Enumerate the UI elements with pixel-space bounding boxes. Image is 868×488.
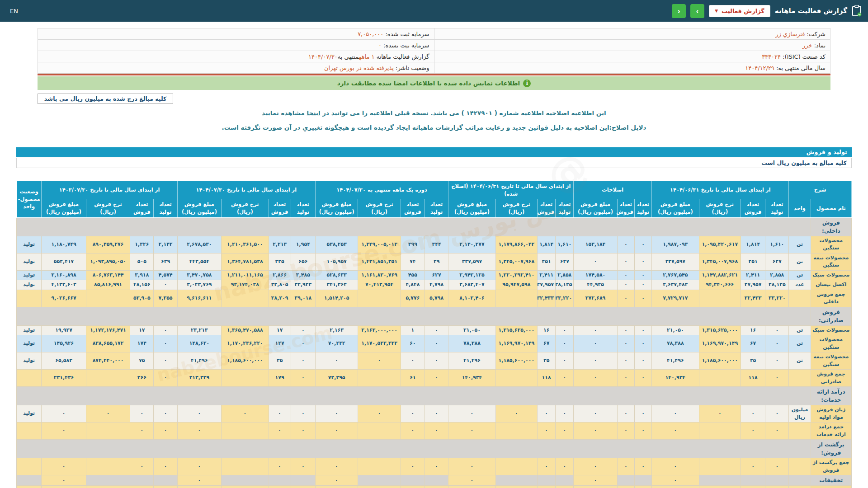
cell-prev-sale-rate [699,422,741,440]
cell-status: تولید [17,270,42,280]
cell-status [17,458,42,475]
cell-ytd-sale-amount: ۴۴۳,۵۵۴ [177,253,221,270]
header-corr-sale-qty: تعداد فروش [538,199,556,217]
cell-py-sale-qty: ۰ [130,422,154,440]
cell-py-sale-rate [86,486,130,488]
cell-adj-sale-qty: ۰ [617,253,634,270]
table-row: درآمد ارائه خدمات: [17,387,852,405]
cell-corr-sale-qty: ۱۶ [538,325,556,335]
cell-month-prod-qty: ۰ [425,405,448,422]
cell-py-sale-rate: ۸۳۸,۶۵۵,۱۷۲ [86,335,130,352]
nav-forward-button[interactable]: › [690,4,704,18]
cell-month-prod-qty: ۳۴۴ [425,236,448,253]
report-type-dropdown[interactable]: گزارش فعالیت ▼ [709,5,770,17]
cell-py-sale-qty: ۵۴,۱۷۱ [130,486,154,488]
cell-adj-sale-amount: ۰ [574,335,617,352]
cell-unit: تن [789,325,811,335]
cell-ytd-sale-amount: ۱۴۸,۶۲۰ [177,335,221,352]
cell-month-sale-rate: ۰ [358,352,401,370]
cell-month-prod-qty [425,475,448,486]
header-group-prev: از ابتدای سال مالی تا تاریخ ۱۴۰۴/۰۶/۳۱ [652,181,789,199]
cell-ytd-sale-amount: ۰ [177,458,221,475]
cell-py-sale-rate: ۸۵,۸۱۶,۹۹۱ [86,280,130,290]
unregistered-capital-cell: سرمایه ثبت نشده: ۰ [38,40,434,51]
cell-month-prod-qty: ۶۲۷ [425,270,448,280]
section-title-bar: تولید و فروش [16,147,852,157]
cell-ytd-sale-rate [222,486,269,488]
section-label: درآمد ارائه خدمات: [811,387,851,405]
cell-unit [789,486,811,488]
previous-version-link[interactable]: اینجا [307,109,321,117]
cell-adj-sale-qty: ۰ [617,352,634,370]
cell-prev-sale-amount: ۷,۷۲۹,۷۱۷ [652,290,699,307]
cell-prev-sale-amount: ۰ [652,475,699,486]
cell-unit: تن [789,253,811,270]
cell-ytd-sale-rate: ۱,۱۸۵,۶۰۰,۰۰۰ [222,352,269,370]
cell-ytd-sale-qty: ۰ [269,422,291,440]
cell-ytd-sale-qty: ۳۲۵ [269,253,291,270]
cell-py-sale-rate: ۸۷۴,۴۴۰,۰۰۰ [86,352,130,370]
cell-py-sale-amount: ۱۴۵,۹۲۶ [42,335,86,352]
cell-prev-sale-qty: ۶۷ [741,335,765,352]
cell-prev-prod-qty: ۰ [765,405,789,422]
section-label: فروش صادراتی: [811,307,851,325]
cell-py-sale-amount: ۹,۲۵۸,۱۰۳ [42,486,86,488]
cell-py-sale-rate: ۱,۱۷۲,۱۷۶,۴۷۱ [86,325,130,335]
cell-corr-sale-qty: ۲۷,۹۵۷ [538,280,556,290]
cell-adj-prod-qty: ۰ [634,236,651,253]
cell-prev-sale-amount: ۷,۸۷۰,۶۵۱ [652,486,699,488]
cell-adj-sale-qty [617,475,634,486]
cell-ytd-prod-qty: ۱,۹۵۴ [291,236,315,253]
cell-py-prod-qty: ۰ [154,405,177,422]
cell-month-sale-qty: ۵,۷۷۶ [401,290,425,307]
cell-unit: عدد [789,280,811,290]
cell-prev-sale-qty: ۲۵۱ [741,253,765,270]
table-row: محصولات سنگینتن۰۶۷۱,۱۶۹,۹۷۰,۱۴۹۷۸,۳۸۸۰۰۰… [17,335,852,352]
header-py-sale-rate: نرخ فروش (ریال) [86,199,130,217]
cell-prev-sale-rate [699,458,741,475]
cell-corr-sale-amount: ۴۱,۴۹۶ [448,352,495,370]
cell-prev-sale-qty: ۱,۸۱۴ [741,236,765,253]
cell-corr-sale-amount: ۷۸,۳۸۸ [448,335,495,352]
table-row: محصولات نیمه سنگینتن۶۲۷۲۵۱۱,۳۴۵,۰۰۷,۹۶۸۳… [17,253,852,270]
cell-adj-sale-amount: ۰ [574,422,617,440]
cell-corr-sale-qty [538,475,556,486]
cell-adj-prod-qty: ۰ [634,270,651,280]
table-row: جمع فروش صادراتی۰۱۱۸۱۴۰,۹۳۴۰۰۰۰۱۱۸۱۴۰,۹۳… [17,370,852,387]
cell-ytd-sale-rate: ۱,۱۷۰,۲۳۶,۲۲۰ [222,335,269,352]
cell-month-sale-amount: ۷۲,۳۹۵ [315,370,358,387]
cell-corr-sale-amount: ۲,۹۴۲,۱۲۵ [448,270,495,280]
table-row: تخفیفات۰۰۰۰۰۰ [17,475,852,486]
cell-month-sale-rate [358,422,401,440]
cell-ytd-prod-qty: ۳۹,۰۱۸ [291,290,315,307]
cell-adj-prod-qty: ۰ [634,458,651,475]
report-type-dropdown-label: گزارش فعالیت [722,8,764,14]
table-row: فروش صادراتی: [17,307,852,325]
cell-corr-prod-qty: ۳۳,۲۲۰ [556,290,574,307]
cell-month-sale-amount: ۰ [315,458,358,475]
cell-adj-sale-qty: ۰ [617,270,634,280]
cell-prev-sale-rate [699,475,741,486]
header-adj-sale-amount: مبلغ فروش (میلیون ریال) [574,199,617,217]
cell-corr-sale-rate: ۱,۳۱۵,۶۲۵,۰۰۰ [495,325,537,335]
cell-prev-sale-qty: ۰ [741,422,765,440]
cell-month-sale-rate: ۱,۳۴۹,۰۰۵,۰۱۳ [358,236,401,253]
cell-adj-sale-qty: ۰ [617,325,634,335]
cell-month-prod-qty: ۵,۷۹۸ [425,290,448,307]
nav-back-button[interactable]: ‹ [672,4,686,18]
cell-py-sale-rate [86,458,130,475]
cell-corr-prod-qty: ۲,۸۵۸ [556,270,574,280]
cell-corr-sale-qty: ۳۵ [538,352,556,370]
language-toggle[interactable]: EN [10,8,18,14]
cell-corr-sale-amount: ۲,۶۸۲,۴۰۷ [448,280,495,290]
cell-corr-sale-qty: ۳۲,۵۵۱ [538,486,556,488]
header-prev-sale-amount: مبلغ فروش (میلیون ریال) [652,199,699,217]
correction-notice-text: این اطلاعیه اصلاحیه اطلاعیه شماره ( ۱۴۲۷… [321,109,606,117]
info-icon: i [523,80,531,87]
cell-corr-prod-qty: ۰ [556,370,574,387]
header-py-prod-qty: تعداد تولید [154,199,177,217]
cell-corr-sale-rate: ۱,۱۸۵,۶۰۰,۰۰۰ [495,352,537,370]
cell-corr-prod-qty: ۲۸,۱۲۵ [556,280,574,290]
cell-corr-prod-qty: ۳۳,۲۲۰ [556,486,574,488]
cell-prev-prod-qty: ۳۳,۲۲۰ [765,486,789,488]
